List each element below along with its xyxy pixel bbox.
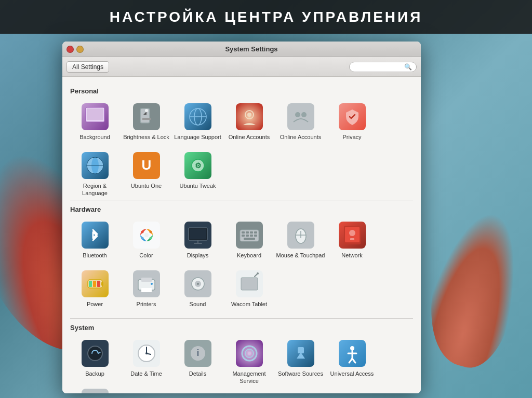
svg-text:i: i xyxy=(196,348,199,358)
settings-item-user-accounts[interactable]: User Accounts xyxy=(70,385,119,393)
all-settings-button[interactable]: All Settings xyxy=(66,61,109,73)
svg-point-33 xyxy=(149,237,152,240)
backup-label: Backup xyxy=(85,370,104,377)
settings-item-displays[interactable]: Displays xyxy=(173,217,222,264)
icons-grid-system: BackupDate & TimeiDetailsManagement Serv… xyxy=(70,336,413,393)
settings-item-printers[interactable]: Printers xyxy=(122,266,171,313)
settings-item-online-accounts2[interactable]: Online Accounts xyxy=(276,99,325,146)
icons-grid-hardware: BluetoothColorDisplaysKeyboardMouse & To… xyxy=(70,217,413,313)
backup-icon xyxy=(82,340,109,367)
svg-point-35 xyxy=(141,231,143,234)
settings-item-mouse-touchpad[interactable]: Mouse & Touchpad xyxy=(276,217,325,264)
svg-point-15 xyxy=(295,112,300,117)
svg-point-34 xyxy=(141,237,143,240)
online-accounts-label: Online Accounts xyxy=(229,133,270,141)
search-icon: 🔍 xyxy=(404,63,412,71)
svg-rect-66 xyxy=(101,282,103,286)
settings-item-details[interactable]: iDetails xyxy=(173,336,222,382)
settings-item-wacom-tablet[interactable]: Wacom Tablet xyxy=(224,266,274,313)
search-input[interactable] xyxy=(354,63,404,71)
settings-item-bluetooth[interactable]: Bluetooth xyxy=(70,217,119,264)
settings-item-date-time[interactable]: Date & Time xyxy=(122,336,171,382)
svg-point-31 xyxy=(144,233,149,237)
mouse-touchpad-icon xyxy=(287,222,314,249)
settings-item-network[interactable]: Network xyxy=(327,217,377,264)
online-accounts2-icon xyxy=(287,103,314,130)
management-service-label: Management Service xyxy=(224,370,274,385)
region-language-label: Region & Language xyxy=(70,182,119,197)
settings-item-background[interactable]: Background xyxy=(70,99,119,146)
sound-label: Sound xyxy=(190,300,206,308)
svg-rect-102 xyxy=(82,389,109,393)
window-close-button[interactable] xyxy=(66,46,74,53)
settings-item-universal-access[interactable]: Universal Access xyxy=(327,336,377,382)
svg-rect-45 xyxy=(250,231,253,234)
details-label: Details xyxy=(189,370,207,377)
wacom-tablet-label: Wacom Tablet xyxy=(231,300,267,308)
settings-item-keyboard[interactable]: Keyboard xyxy=(224,217,274,264)
svg-point-13 xyxy=(247,113,251,117)
svg-rect-14 xyxy=(287,103,314,130)
settings-item-language-support[interactable]: Language Support xyxy=(173,99,222,146)
universal-access-icon xyxy=(339,340,366,367)
svg-point-79 xyxy=(257,272,259,275)
settings-item-backup[interactable]: Backup xyxy=(70,336,119,382)
svg-rect-50 xyxy=(254,235,257,237)
color-icon xyxy=(133,222,160,249)
window-toolbar: All Settings 🔍 xyxy=(62,57,421,77)
settings-item-power[interactable]: Power xyxy=(70,266,119,313)
brightness-lock-label: Brightness & Lock xyxy=(123,133,169,141)
settings-item-ubuntu-tweak[interactable]: ⚙Ubuntu Tweak xyxy=(173,148,222,195)
svg-rect-40 xyxy=(194,243,202,244)
management-service-icon xyxy=(236,340,263,367)
settings-item-brightness-lock[interactable]: Brightness & Lock xyxy=(122,99,171,146)
svg-point-93 xyxy=(248,352,251,355)
svg-rect-47 xyxy=(242,235,245,237)
section-label-personal: Personal xyxy=(70,87,413,95)
printers-icon xyxy=(133,270,160,297)
icons-grid-personal: BackgroundBrightness & LockLanguage Supp… xyxy=(70,99,413,195)
section-label-hardware: Hardware xyxy=(70,205,413,213)
settings-item-online-accounts[interactable]: Online Accounts xyxy=(224,99,274,146)
svg-rect-64 xyxy=(93,281,96,287)
svg-rect-95 xyxy=(298,347,304,353)
network-label: Network xyxy=(341,252,362,259)
svg-point-32 xyxy=(149,231,152,234)
svg-text:⚙: ⚙ xyxy=(194,161,201,170)
user-accounts-icon xyxy=(82,389,109,393)
window-minimize-button[interactable] xyxy=(76,46,84,53)
mouse-touchpad-label: Mouse & Touchpad xyxy=(276,252,325,259)
svg-point-86 xyxy=(145,352,148,354)
svg-point-71 xyxy=(151,283,153,285)
date-time-label: Date & Time xyxy=(130,370,162,377)
settings-item-sound[interactable]: Sound xyxy=(173,266,222,313)
ubuntu-tweak-icon: ⚙ xyxy=(184,152,211,179)
settings-item-ubuntu-one[interactable]: UUbuntu One xyxy=(122,148,171,195)
settings-item-privacy[interactable]: Privacy xyxy=(327,99,377,146)
svg-rect-69 xyxy=(141,278,152,282)
settings-item-color[interactable]: Color xyxy=(122,217,171,264)
settings-item-software-sources[interactable]: Software Sources xyxy=(276,336,325,382)
keyboard-label: Keyboard xyxy=(237,252,261,259)
ubuntu-one-icon: U xyxy=(133,152,160,179)
svg-rect-60 xyxy=(350,238,354,240)
details-icon: i xyxy=(184,340,211,367)
ubuntu-one-label: Ubuntu One xyxy=(131,182,162,189)
svg-rect-70 xyxy=(141,288,152,292)
svg-rect-43 xyxy=(242,231,245,234)
svg-rect-38 xyxy=(190,229,206,239)
svg-text:U: U xyxy=(141,157,151,173)
color-label: Color xyxy=(139,252,153,259)
privacy-icon xyxy=(339,103,366,130)
printers-label: Printers xyxy=(137,300,156,308)
background-icon xyxy=(82,103,109,130)
svg-rect-65 xyxy=(97,281,100,287)
svg-rect-77 xyxy=(241,278,258,290)
region-language-icon xyxy=(82,152,109,179)
settings-item-management-service[interactable]: Management Service xyxy=(224,336,274,382)
settings-item-region-language[interactable]: Region & Language xyxy=(70,148,119,195)
title-bar: НАСТРОЙКА ЦЕНТРА УПРАВЛЕНИЯ xyxy=(0,0,532,34)
svg-point-75 xyxy=(197,283,199,285)
displays-icon xyxy=(184,222,211,249)
title-text: НАСТРОЙКА ЦЕНТРА УПРАВЛЕНИЯ xyxy=(110,9,423,25)
